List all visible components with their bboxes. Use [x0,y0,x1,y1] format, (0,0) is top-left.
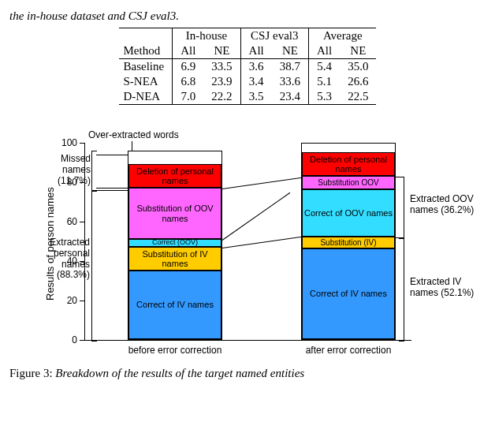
table-header-row-cols: Method All NE All NE All NE [119,43,377,59]
cell: 5.3 [309,89,341,105]
bar-after: Correct of IV names Substitution (IV) Co… [301,143,396,340]
cell: 3.6 [240,59,272,75]
y-tick-label: 20 [55,295,77,306]
table-row: D-NEA 7.0 22.2 3.5 23.4 5.3 22.5 [119,89,377,105]
seg-sub-iv: Substitution (IV) [302,237,395,248]
seg-correct-iv: Correct of IV names [302,248,395,339]
cell: 6.8 [173,74,204,89]
header-csj-ne: NE [272,43,309,59]
table-header-row-groups: In-house CSJ eval3 Average [119,28,377,44]
bracket-missed [91,151,97,192]
annot-over-extracted: Over-extracted words [88,130,179,141]
guide-line [222,192,291,241]
cell: 3.4 [240,74,272,89]
figure-caption-label: Figure 3: [9,367,53,379]
header-group-csj: CSJ eval3 [240,28,308,44]
header-group-inhouse: In-house [173,28,240,44]
y-tick [80,301,84,301]
leader-line [96,188,128,189]
header-method: Method [119,43,173,59]
guide-line [222,177,302,189]
guide-line [222,237,302,248]
cell: 22.5 [340,89,376,105]
annot-extracted-oov: Extracted OOV names (36.2%) [410,194,481,216]
table-row: S-NEA 6.8 23.9 3.4 33.6 5.1 26.6 [119,74,377,89]
leader-line [396,237,399,238]
bar-before: Correct of IV names Substitution of IV n… [128,151,222,340]
header-group-average: Average [309,28,377,44]
leader-line [96,340,128,341]
y-tick-label: 60 [55,216,77,227]
cell: 7.0 [173,89,204,105]
results-table: In-house CSJ eval3 Average Method All NE… [119,28,377,105]
annot-extracted-iv: Extracted IV names (52.1%) [410,277,481,299]
y-tick [80,222,84,222]
cell-method: Baseline [119,59,173,75]
cell: 5.4 [309,59,341,75]
cell: 35.0 [340,59,376,75]
header-csj-all: All [240,43,272,59]
annot-extracted-personal: Extracted personal names (88.3%) [41,237,90,281]
x-label-before: before error correction [112,345,238,356]
figure-caption-text: Breakdown of the results of the target n… [55,367,304,379]
bracket-extracted-iv [399,237,404,342]
header-inhouse-all: All [173,43,204,59]
cell: 38.7 [272,59,309,75]
x-axis [84,340,411,341]
cell: 23.4 [272,89,309,105]
table-row: Baseline 6.9 33.5 3.6 38.7 5.4 35.0 [119,59,377,75]
seg-correct-iv: Correct of IV names [128,271,221,339]
seg-sub-iv: Substitution of IV names [128,247,221,271]
cell: 6.9 [173,59,204,75]
y-tick-label: 0 [55,334,77,345]
bracket-extracted-personal [91,190,97,342]
leader-line [96,155,128,155]
leader-line [132,141,132,151]
cell: 33.6 [272,74,309,89]
seg-deletion: Deletion of personal names [302,152,395,176]
header-inhouse-ne: NE [203,43,240,59]
header-avg-all: All [309,43,341,59]
seg-sub-oov: Substitution OOV [302,176,395,189]
y-tick-label: 100 [55,137,77,148]
cell: 22.2 [203,89,240,105]
cell: 33.5 [203,59,240,75]
x-label-after: after error correction [285,345,411,356]
cell: 3.5 [240,89,272,105]
seg-correct-oov: Correct of OOV names [302,189,395,237]
header-avg-ne: NE [340,43,376,59]
header-empty [119,28,173,44]
bracket-extracted-oov [399,177,404,239]
figure-caption: Figure 3: Breakdown of the results of th… [9,367,486,380]
annot-missed: Missed names (11.7%) [47,154,91,186]
y-tick [80,340,84,341]
leader-line [396,177,399,177]
cell-method: S-NEA [119,74,173,89]
seg-correct-oov: Correct (OOV) [128,239,221,247]
cell: 5.1 [309,74,341,89]
seg-sub-oov: Substitution of OOV names [128,188,221,239]
cell: 26.6 [340,74,376,89]
cell: 23.9 [203,74,240,89]
leader-line [396,340,399,341]
y-tick [80,143,84,144]
cell-method: D-NEA [119,89,173,105]
table-caption-fragment: the in-house dataset and CSJ eval3. [9,9,486,23]
seg-deletion: Deletion of personal names [128,164,221,188]
leader-line [96,190,128,191]
figure-3: 0 20 40 60 80 100 Results of person name… [9,119,482,364]
